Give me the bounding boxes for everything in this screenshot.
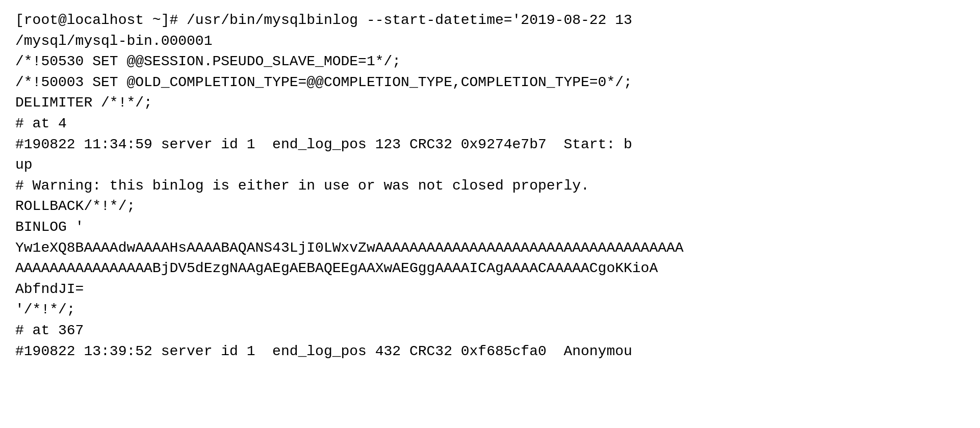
terminal-line: DELIMITER /*!*/;: [15, 93, 965, 114]
terminal-line: /*!50530 SET @@SESSION.PSEUDO_SLAVE_MODE…: [15, 51, 965, 72]
terminal-line: BINLOG ': [15, 217, 965, 238]
terminal-line: /mysql/mysql-bin.000001: [15, 31, 965, 52]
terminal-line: AbfndJI=: [15, 279, 965, 300]
terminal-line: AAAAAAAAAAAAAAAABjDV5dEzgNAAgAEgAEBAQEEg…: [15, 258, 965, 279]
terminal-line: ROLLBACK/*!*/;: [15, 196, 965, 217]
terminal-line: Yw1eXQ8BAAAAdwAAAAHsAAAABAQANS43LjI0LWxv…: [15, 238, 965, 259]
terminal-line: # Warning: this binlog is either in use …: [15, 176, 965, 197]
terminal-line: up: [15, 155, 965, 176]
terminal-line: [root@localhost ~]# /usr/bin/mysqlbinlog…: [15, 10, 965, 31]
terminal-line: /*!50003 SET @OLD_COMPLETION_TYPE=@@COMP…: [15, 72, 965, 93]
terminal-line: # at 4: [15, 114, 965, 135]
terminal-line: '/*!*/;: [15, 300, 965, 320]
terminal-line: #190822 13:39:52 server id 1 end_log_pos…: [15, 341, 965, 362]
terminal-output: [root@localhost ~]# /usr/bin/mysqlbinlog…: [15, 10, 965, 362]
terminal-line: #190822 11:34:59 server id 1 end_log_pos…: [15, 135, 965, 155]
terminal-line: # at 367: [15, 320, 965, 341]
